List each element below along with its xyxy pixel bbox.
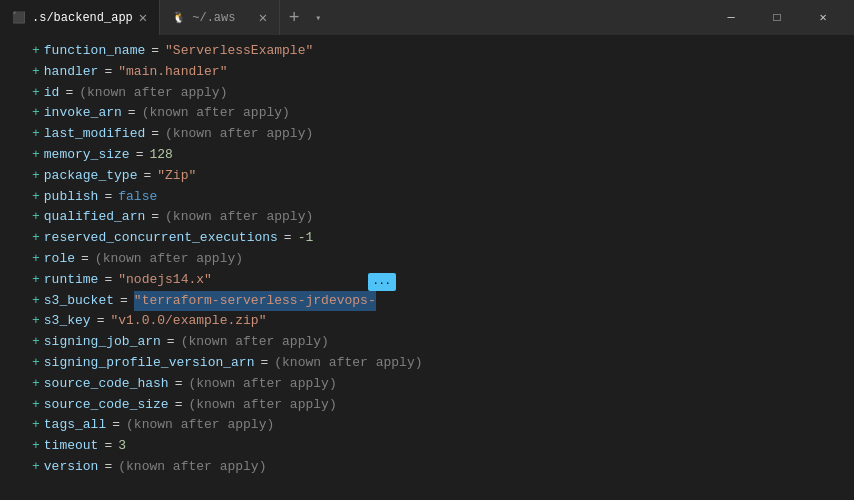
plus-prefix: + xyxy=(32,62,40,83)
tab-close-backend[interactable]: ✕ xyxy=(139,11,147,25)
plus-prefix: + xyxy=(32,187,40,208)
property-value: "Zip" xyxy=(157,166,196,187)
plus-prefix: + xyxy=(32,374,40,395)
equals-sign: = xyxy=(143,166,151,187)
terminal-line: +signing_profile_version_arn=(known afte… xyxy=(16,353,838,374)
tab-backend-app[interactable]: ⬛ .s/backend_app ✕ xyxy=(0,0,160,35)
terminal-line: +s3_key="v1.0.0/example.zip" xyxy=(16,311,838,332)
minimize-button[interactable]: — xyxy=(708,0,754,35)
property-key: source_code_size xyxy=(44,395,169,416)
plus-prefix: + xyxy=(32,291,40,312)
equals-sign: = xyxy=(112,415,120,436)
property-value: (known after apply) xyxy=(165,207,313,228)
property-key: signing_profile_version_arn xyxy=(44,353,255,374)
plus-prefix: + xyxy=(32,311,40,332)
terminal-line: +s3_bucket="terraform-serverless-jrdevop… xyxy=(16,291,838,312)
terminal-line: +function_name="ServerlessExample" xyxy=(16,41,838,62)
plus-prefix: + xyxy=(32,124,40,145)
property-key: qualified_arn xyxy=(44,207,145,228)
close-button[interactable]: ✕ xyxy=(800,0,846,35)
property-key: signing_job_arn xyxy=(44,332,161,353)
tab-dropdown-button[interactable]: ▾ xyxy=(308,0,328,35)
equals-sign: = xyxy=(151,207,159,228)
terminal-line: +package_type="Zip" xyxy=(16,166,838,187)
property-value: "ServerlessExample" xyxy=(165,41,313,62)
equals-sign: = xyxy=(120,291,128,312)
aws-icon: 🐧 xyxy=(172,11,186,25)
plus-prefix: + xyxy=(32,270,40,291)
plus-prefix: + xyxy=(32,166,40,187)
property-value: (known after apply) xyxy=(165,124,313,145)
tab-label-backend: .s/backend_app xyxy=(32,11,133,25)
property-key: package_type xyxy=(44,166,138,187)
property-value: "v1.0.0/example.zip" xyxy=(110,311,266,332)
property-key: reserved_concurrent_executions xyxy=(44,228,278,249)
window-controls: — □ ✕ xyxy=(708,0,854,35)
property-key: tags_all xyxy=(44,415,106,436)
equals-sign: = xyxy=(81,249,89,270)
equals-sign: = xyxy=(284,228,292,249)
property-key: version xyxy=(44,457,99,478)
terminal-line xyxy=(16,478,838,499)
title-bar: ⬛ .s/backend_app ✕ 🐧 ~/.aws ✕ + ▾ — □ ✕ xyxy=(0,0,854,35)
property-value: (known after apply) xyxy=(118,457,266,478)
terminal-line: +memory_size=128 xyxy=(16,145,838,166)
terminal-line: +publish=false xyxy=(16,187,838,208)
terminal-line: +signing_job_arn=(known after apply) xyxy=(16,332,838,353)
terminal-line: +qualified_arn=(known after apply) xyxy=(16,207,838,228)
equals-sign: = xyxy=(260,353,268,374)
property-value: (known after apply) xyxy=(181,332,329,353)
tab-group: ⬛ .s/backend_app ✕ 🐧 ~/.aws ✕ + ▾ xyxy=(0,0,328,35)
property-key: timeout xyxy=(44,436,99,457)
property-key: id xyxy=(44,83,60,104)
equals-sign: = xyxy=(104,62,112,83)
equals-sign: = xyxy=(104,436,112,457)
property-value: (known after apply) xyxy=(142,103,290,124)
plus-prefix: + xyxy=(32,207,40,228)
terminal-line: +role=(known after apply) xyxy=(16,249,838,270)
equals-sign: = xyxy=(136,145,144,166)
property-value: "main.handler" xyxy=(118,62,227,83)
maximize-button[interactable]: □ xyxy=(754,0,800,35)
plus-prefix: + xyxy=(32,332,40,353)
equals-sign: = xyxy=(65,83,73,104)
terminal-content: +function_name="ServerlessExample"+handl… xyxy=(0,35,854,500)
new-tab-button[interactable]: + xyxy=(280,0,308,35)
plus-prefix: + xyxy=(32,353,40,374)
terminal-line: +tags_all=(known after apply) xyxy=(16,415,838,436)
property-value: (known after apply) xyxy=(274,353,422,374)
equals-sign: = xyxy=(175,374,183,395)
plus-prefix: + xyxy=(32,457,40,478)
property-key: publish xyxy=(44,187,99,208)
terminal-line: +reserved_concurrent_executions=-1 xyxy=(16,228,838,249)
plus-prefix: + xyxy=(32,83,40,104)
property-value: -1 xyxy=(298,228,314,249)
property-key: last_modified xyxy=(44,124,145,145)
property-value: 128 xyxy=(149,145,172,166)
tab-label-aws: ~/.aws xyxy=(192,11,235,25)
plus-prefix: + xyxy=(32,395,40,416)
plus-prefix: + xyxy=(32,249,40,270)
tab-aws[interactable]: 🐧 ~/.aws ✕ xyxy=(160,0,280,35)
property-key: source_code_hash xyxy=(44,374,169,395)
plus-prefix: + xyxy=(32,41,40,62)
terminal-icon: ⬛ xyxy=(12,11,26,25)
terminal-line: +invoke_arn=(known after apply) xyxy=(16,103,838,124)
property-key: role xyxy=(44,249,75,270)
terminal-line: +source_code_size=(known after apply) xyxy=(16,395,838,416)
terminal-line: +handler="main.handler" xyxy=(16,62,838,83)
equals-sign: = xyxy=(104,270,112,291)
property-value: (known after apply) xyxy=(188,374,336,395)
property-key: s3_key xyxy=(44,311,91,332)
terminal-line: +version=(known after apply) xyxy=(16,457,838,478)
property-value: (known after apply) xyxy=(126,415,274,436)
tab-close-aws[interactable]: ✕ xyxy=(259,11,267,25)
equals-sign: = xyxy=(167,332,175,353)
terminal-line: +runtime="nodejs14.x" xyxy=(16,270,838,291)
equals-sign: = xyxy=(175,395,183,416)
property-key: memory_size xyxy=(44,145,130,166)
property-key: runtime xyxy=(44,270,99,291)
property-value: (known after apply) xyxy=(188,395,336,416)
equals-sign: = xyxy=(97,311,105,332)
property-key: handler xyxy=(44,62,99,83)
